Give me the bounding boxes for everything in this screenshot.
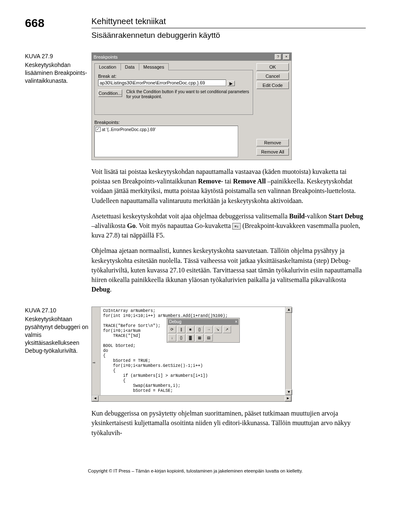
- breakpoint-item-text: at '{..ErrorProneDoc.cpp.}.69': [102, 127, 155, 132]
- section-title: Kehittyneet tekniikat: [91, 17, 366, 26]
- breakpoints-label: Breakpoints:: [94, 120, 238, 125]
- figure1-sidebar: KUVA 27.9 Keskeytyskohdan lisääminen Bre…: [25, 52, 91, 85]
- scroll-right-icon[interactable]: ▶: [285, 396, 291, 401]
- dialog-body: Location Data Messages Break at: ap30\Li…: [92, 61, 291, 117]
- code-editor: ⇨ CUIntArray arNumbers; for(int i=0;i<10…: [91, 307, 292, 402]
- condition-row: Condition... Click the Condition button …: [98, 89, 249, 99]
- breakpoints-listbox[interactable]: ✓ at '{..ErrorProneDoc.cpp.}.69': [94, 126, 238, 157]
- scroll-down-icon[interactable]: ▼: [286, 389, 292, 395]
- body-row-2: Kun debuggerissa on pysäytetty ohjelman …: [25, 408, 366, 443]
- breakpoints-buttons: Remove Remove All: [256, 120, 289, 157]
- debug-step-out-icon[interactable]: ↗: [223, 326, 231, 333]
- debug-window2-icon[interactable]: ▦: [195, 334, 204, 341]
- figure1-main: Breakpoints ? × Location Data Messages: [91, 52, 366, 160]
- header: 668 Kehittyneet tekniikat Sisäänrakennet…: [25, 17, 366, 44]
- remove-all-button[interactable]: Remove All: [256, 148, 289, 156]
- page-number: 668: [25, 17, 91, 30]
- breakpoints-left: Breakpoints: ✓ at '{..ErrorProneDoc.cpp.…: [94, 120, 238, 157]
- toolbar-close-icon[interactable]: ×: [235, 319, 237, 324]
- horizontal-scrollbar[interactable]: ◀ ▶: [92, 395, 291, 401]
- scroll-up-icon[interactable]: ▲: [286, 307, 292, 313]
- debug-run-to-icon[interactable]: {}: [177, 334, 185, 341]
- header-titles: Kehittyneet tekniikat Sisäänrakennetun d…: [91, 17, 366, 44]
- debug-toolbar[interactable]: Debug × ⟳ ‖ ■ {} → ↘ ↗ ↓ {} ▓ ▦: [167, 318, 240, 343]
- break-at-input[interactable]: ap30\Listings30\ErrorProne\ErrorProneDoc…: [98, 79, 226, 86]
- paragraph-1: Voit lisätä tai poistaa keskeytyskohdan …: [91, 167, 366, 205]
- right-buttons: OK Cancel Edit Code: [256, 63, 289, 91]
- close-button[interactable]: ×: [283, 54, 290, 60]
- vertical-scrollbar[interactable]: ▲ ▼: [285, 307, 291, 395]
- body-main: Voit lisätä tai poistaa keskeytyskohdan …: [91, 167, 366, 300]
- debug-step-over-icon[interactable]: ↓: [168, 334, 176, 341]
- paragraph-4: Kun debuggerissa on pysäytetty ohjelman …: [91, 408, 366, 438]
- debug-toolbar-title: Debug ×: [168, 319, 239, 325]
- help-button[interactable]: ?: [275, 54, 281, 60]
- tab-data[interactable]: Data: [121, 63, 139, 70]
- debug-stop-icon[interactable]: ■: [186, 326, 195, 333]
- debug-braces-icon[interactable]: {}: [195, 326, 204, 333]
- breakpoints-dialog: Breakpoints ? × Location Data Messages: [91, 52, 292, 160]
- condition-button[interactable]: Condition...: [98, 89, 122, 97]
- dialog-titlebar: Breakpoints ? ×: [92, 53, 291, 61]
- dialog-title: Breakpoints: [94, 54, 118, 59]
- page: 668 Kehittyneet tekniikat Sisäänrakennet…: [0, 0, 399, 490]
- figure2-main: ⇨ CUIntArray arNumbers; for(int i=0;i<10…: [91, 307, 366, 402]
- break-at-label: Break at:: [98, 74, 249, 79]
- figure2-label: KUVA 27.10: [25, 307, 91, 314]
- debug-restart-icon[interactable]: ⟳: [168, 326, 176, 333]
- body-row: Voit lisätä tai poistaa keskeytyskohdan …: [25, 167, 366, 300]
- paragraph-2: Asetettuasi keskeytyskohdat voit ajaa oh…: [91, 211, 366, 240]
- code-gutter: ⇨: [92, 307, 101, 395]
- figure2-sidebar: KUVA 27.10 Keskeytyskohtaan pysähtynyt d…: [25, 307, 91, 354]
- remove-button[interactable]: Remove: [256, 139, 289, 146]
- execution-arrow-icon: ⇨: [93, 360, 96, 366]
- breakpoint-checkbox[interactable]: ✓: [96, 127, 101, 132]
- go-icon: ≡↓: [232, 223, 241, 230]
- debug-step-into-icon[interactable]: ↘: [214, 326, 222, 333]
- tab-panel: Break at: ap30\Listings30\ErrorProne\Err…: [94, 70, 253, 115]
- breakpoint-item[interactable]: ✓ at '{..ErrorProneDoc.cpp.}.69': [96, 127, 237, 132]
- figure1-label: KUVA 27.9: [25, 52, 91, 60]
- debug-step-icon[interactable]: →: [204, 326, 213, 333]
- tab-location[interactable]: Location: [94, 63, 121, 70]
- debug-pause-icon[interactable]: ‖: [177, 326, 185, 333]
- break-at-menu-button[interactable]: ▶: [227, 81, 235, 86]
- tabs-row: Location Data Messages Break at: ap30\Li…: [94, 63, 289, 115]
- tab-messages[interactable]: Messages: [139, 63, 169, 70]
- condition-hint: Click the Condition button if you want t…: [126, 89, 249, 99]
- scroll-left-icon[interactable]: ◀: [92, 396, 99, 401]
- body-main-2: Kun debuggerissa on pysäytetty ohjelman …: [91, 408, 366, 443]
- debug-window3-icon[interactable]: ▤: [204, 334, 213, 341]
- ok-button[interactable]: OK: [256, 63, 289, 71]
- figure2-row: KUVA 27.10 Keskeytyskohtaan pysähtynyt d…: [25, 307, 366, 402]
- footer-copyright: Copyright © IT Press – Tämän e-kirjan ko…: [25, 468, 366, 473]
- edit-code-button[interactable]: Edit Code: [256, 82, 289, 89]
- debug-toolbar-icons: ⟳ ‖ ■ {} → ↘ ↗ ↓ {} ▓ ▦ ▤: [168, 326, 239, 341]
- figure1-row: KUVA 27.9 Keskeytyskohdan lisääminen Bre…: [25, 52, 366, 160]
- figure2-caption: Keskeytyskohtaan pysähtynyt debuggeri on…: [25, 315, 91, 354]
- subsection-title: Sisäänrakennetun debuggerin käyttö: [91, 31, 366, 40]
- tabs: Location Data Messages: [94, 63, 253, 70]
- debug-window1-icon[interactable]: ▓: [186, 334, 195, 341]
- title-buttons: ? ×: [274, 54, 290, 60]
- paragraph-3: Ohjelmaa ajetaan normaalisti, kunnes kes…: [91, 246, 366, 294]
- section-rule: [91, 28, 366, 28]
- breakpoints-list-section: Breakpoints: ✓ at '{..ErrorProneDoc.cpp.…: [92, 117, 291, 160]
- cancel-button[interactable]: Cancel: [256, 72, 289, 80]
- figure1-caption: Keskeytyskohdan lisääminen Breakpoints-v…: [25, 61, 91, 85]
